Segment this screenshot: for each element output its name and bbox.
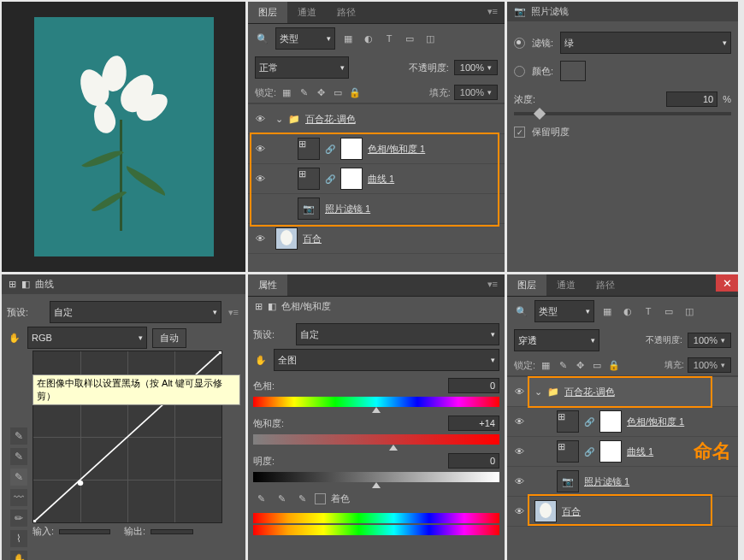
layer-hue-sat[interactable]: 👁 ⊞🔗色相/饱和度 1 — [507, 407, 738, 437]
eyedropper-icon[interactable]: ✎ — [253, 491, 269, 506]
tab-channels[interactable]: 通道 — [546, 274, 586, 296]
lock-artboard-icon[interactable]: ▭ — [331, 85, 345, 99]
range-select[interactable]: 全图▾ — [274, 349, 499, 371]
filter-select[interactable]: 绿▾ — [560, 32, 731, 54]
auto-button[interactable]: 自动 — [152, 328, 186, 348]
blend-mode-select[interactable]: 穿透▾ — [514, 329, 599, 351]
visibility-icon[interactable]: 👁 — [507, 446, 531, 457]
filter-type-select[interactable]: 类型▾ — [275, 27, 335, 50]
channel-select[interactable]: RGB▾ — [27, 327, 147, 349]
output-value[interactable] — [151, 529, 193, 534]
layer-group[interactable]: 👁 ⌄📁百合花-调色 — [507, 377, 738, 407]
eyedropper-sub-icon[interactable]: ✎ — [294, 491, 310, 506]
visibility-icon[interactable]: 👁 — [248, 174, 272, 184]
shape-filter-icon[interactable]: ▭ — [661, 304, 676, 319]
light-input[interactable]: 0 — [448, 453, 499, 469]
layer-thumb — [275, 227, 298, 250]
sat-slider[interactable] — [253, 434, 499, 445]
density-label: 浓度: — [514, 93, 552, 106]
fill-value[interactable]: 100%▾ — [454, 85, 498, 100]
lock-position-icon[interactable]: ✥ — [314, 85, 328, 99]
mask-thumb — [599, 410, 622, 433]
visibility-icon[interactable]: 👁 — [507, 476, 531, 486]
sat-input[interactable]: +14 — [448, 416, 499, 431]
layer-photo-filter[interactable]: 👁 📷照片滤镜 1 — [507, 467, 738, 497]
filter-type-select[interactable]: 类型▾ — [534, 300, 594, 322]
lock-position-icon[interactable]: ✥ — [573, 358, 587, 372]
tab-paths[interactable]: 路径 — [586, 274, 625, 296]
visibility-icon[interactable]: 👁 — [248, 233, 272, 244]
opacity-value[interactable]: 100%▾ — [454, 60, 498, 75]
eyedropper-add-icon[interactable]: ✎ — [274, 491, 289, 506]
photo-filter-panel: 📷照片滤镜 滤镜: 绿▾ 颜色: 浓度: 10 % ✓ 保留明度 — [507, 2, 738, 272]
visibility-icon[interactable]: 👁 — [507, 386, 531, 397]
lock-artboard-icon[interactable]: ▭ — [590, 358, 604, 372]
opacity-value[interactable]: 100%▾ — [688, 333, 731, 348]
pencil-icon[interactable]: ✏ — [10, 510, 27, 527]
tab-paths[interactable]: 路径 — [327, 2, 366, 23]
lock-pixels-icon[interactable]: ✎ — [297, 85, 310, 99]
eyedropper-gray-icon[interactable]: ✎ — [10, 448, 27, 465]
hand-icon[interactable]: ✋ — [10, 551, 27, 560]
lock-transparency-icon[interactable]: ▦ — [280, 85, 293, 99]
tab-layers[interactable]: 图层 — [248, 2, 287, 23]
blend-mode-select[interactable]: 正常▾ — [255, 56, 349, 79]
text-filter-icon[interactable]: T — [641, 304, 656, 319]
curve-edit-icon[interactable]: 〰 — [10, 489, 27, 506]
shape-filter-icon[interactable]: ▭ — [402, 31, 417, 46]
tab-properties[interactable]: 属性 — [248, 274, 287, 296]
lock-transparency-icon[interactable]: ▦ — [539, 358, 552, 372]
color-radio-label: 颜色: — [532, 65, 553, 78]
smart-filter-icon[interactable]: ◫ — [422, 31, 438, 46]
hue-input[interactable]: 0 — [448, 378, 499, 393]
color-swatch[interactable] — [560, 61, 586, 81]
panel-menu-icon[interactable]: ▾≡ — [227, 305, 240, 320]
visibility-icon[interactable]: 👁 — [507, 506, 531, 516]
visibility-icon[interactable]: 👁 — [507, 416, 531, 427]
hue-slider[interactable] — [253, 397, 499, 407]
chevron-down-icon[interactable]: ⌄ — [534, 386, 542, 398]
layer-lily[interactable]: 👁 百合 — [248, 224, 505, 254]
visibility-icon[interactable]: 👁 — [248, 144, 272, 154]
tab-layers[interactable]: 图层 — [507, 274, 546, 296]
lock-pixels-icon[interactable]: ✎ — [556, 358, 570, 372]
tab-channels[interactable]: 通道 — [287, 2, 327, 23]
preset-select[interactable]: 自定▾ — [50, 301, 221, 323]
density-slider[interactable] — [514, 112, 731, 115]
panel-menu-icon[interactable]: ▾≡ — [481, 274, 505, 296]
targeted-icon[interactable]: ✋ — [7, 330, 22, 345]
layer-hue-sat[interactable]: 👁 ⊞🔗色相/饱和度 1 — [248, 134, 505, 164]
preserve-checkbox[interactable]: ✓ — [514, 127, 525, 138]
preset-select[interactable]: 自定▾ — [296, 323, 499, 345]
adj-filter-icon[interactable]: ◐ — [620, 304, 635, 319]
lock-all-icon[interactable]: 🔒 — [607, 358, 621, 372]
layer-curves[interactable]: 👁 ⊞🔗曲线 1 — [248, 164, 505, 194]
chevron-down-icon[interactable]: ⌄ — [275, 114, 283, 125]
layer-lily[interactable]: 👁 百合 — [507, 497, 738, 527]
fill-label: 填充: — [664, 359, 684, 371]
light-slider[interactable] — [253, 472, 499, 482]
eyedropper-white-icon[interactable]: ✎ — [10, 427, 27, 445]
layer-group[interactable]: 👁 ⌄📁百合花-调色 — [248, 104, 505, 134]
layer-photo-filter[interactable]: 📷照片滤镜 1 — [248, 194, 505, 224]
text-filter-icon[interactable]: T — [381, 31, 397, 46]
adj-filter-icon[interactable]: ◐ — [361, 31, 376, 46]
layer-label: 色相/饱和度 1 — [627, 416, 684, 428]
filter-radio[interactable] — [514, 38, 525, 49]
input-value[interactable] — [59, 529, 110, 534]
close-icon[interactable]: ✕ — [716, 274, 738, 292]
density-input[interactable]: 10 — [666, 91, 717, 107]
visibility-icon[interactable]: 👁 — [248, 114, 272, 124]
fill-value[interactable]: 100%▾ — [688, 357, 731, 373]
smart-filter-icon[interactable]: ◫ — [682, 304, 697, 319]
pixel-filter-icon[interactable]: ▦ — [340, 31, 356, 46]
lock-all-icon[interactable]: 🔒 — [348, 85, 362, 99]
pixel-filter-icon[interactable]: ▦ — [599, 304, 615, 319]
layer-label: 曲线 1 — [627, 445, 653, 458]
colorize-checkbox[interactable] — [315, 493, 326, 504]
smooth-icon[interactable]: ⌇ — [10, 530, 27, 547]
eyedropper-black-icon[interactable]: ✎ — [10, 469, 27, 486]
color-radio[interactable] — [514, 66, 525, 77]
panel-menu-icon[interactable]: ▾≡ — [481, 2, 505, 23]
targeted-icon[interactable]: ✋ — [253, 352, 269, 368]
